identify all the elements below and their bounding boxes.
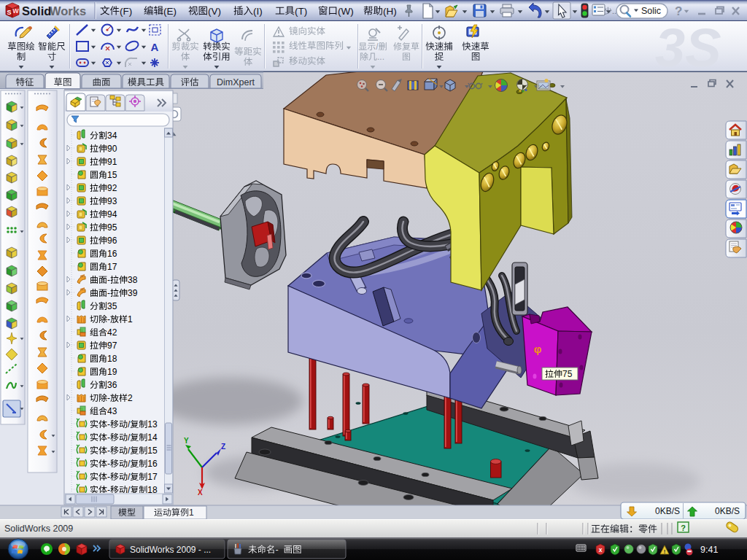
svg-text:A: A — [151, 41, 159, 53]
svg-text:φ: φ — [534, 343, 542, 355]
svg-text:-: - — [276, 545, 279, 555]
svg-text:SolidWorks 2009: SolidWorks 2009 — [4, 524, 73, 534]
svg-text:17: 17 — [147, 472, 158, 482]
svg-text:2: 2 — [128, 393, 133, 403]
svg-text:W: W — [12, 7, 19, 15]
svg-text:92: 92 — [107, 183, 117, 193]
svg-text:93: 93 — [107, 196, 117, 206]
svg-text:...: ... — [377, 52, 384, 62]
svg-text:-: - — [107, 275, 110, 285]
svg-text:90: 90 — [107, 144, 117, 154]
svg-text:DimXpert: DimXpert — [217, 77, 255, 88]
svg-text:S: S — [7, 9, 11, 16]
svg-text:Solid: Solid — [22, 4, 51, 18]
svg-text:38: 38 — [128, 275, 138, 285]
svg-text:(I): (I) — [253, 6, 263, 17]
svg-text:35: 35 — [107, 301, 117, 311]
svg-text:..: .. — [612, 7, 616, 15]
svg-text:-: - — [107, 459, 110, 469]
svg-text:-: - — [107, 419, 110, 429]
svg-text:-: - — [107, 288, 110, 298]
svg-text:18: 18 — [107, 354, 117, 364]
svg-text:94: 94 — [107, 209, 117, 219]
svg-text:?: ? — [681, 524, 686, 532]
svg-text:(F): (F) — [120, 6, 132, 17]
svg-text:15: 15 — [147, 446, 158, 456]
svg-text:(W): (W) — [338, 6, 354, 17]
svg-text:75: 75 — [562, 369, 573, 379]
svg-text:SolidWorks 2009 - ...: SolidWorks 2009 - ... — [130, 545, 211, 555]
svg-text:16: 16 — [147, 459, 158, 469]
svg-text:0KB/S: 0KB/S — [715, 506, 740, 516]
svg-text:14: 14 — [147, 432, 158, 443]
svg-text:15: 15 — [107, 170, 117, 180]
svg-text:9:41: 9:41 — [700, 545, 718, 555]
svg-text:19: 19 — [107, 367, 117, 377]
svg-text:!: ! — [664, 548, 666, 555]
svg-text:X: X — [198, 489, 203, 497]
svg-text:-: - — [107, 393, 110, 403]
svg-text:?: ? — [675, 4, 682, 18]
svg-text:91: 91 — [107, 157, 117, 167]
svg-text:(E): (E) — [163, 6, 177, 17]
svg-text:(H): (H) — [383, 6, 397, 17]
svg-text:(T): (T) — [295, 6, 307, 17]
svg-text:Works: Works — [50, 4, 86, 18]
svg-text:1: 1 — [189, 508, 194, 518]
svg-text:1: 1 — [128, 314, 133, 324]
svg-text:Y: Y — [184, 437, 189, 445]
svg-text:16: 16 — [107, 249, 117, 259]
svg-text:13: 13 — [147, 419, 158, 429]
svg-text:-: - — [107, 446, 110, 456]
svg-text:-: - — [107, 432, 110, 443]
svg-text:x: x — [599, 546, 603, 553]
svg-text:96: 96 — [107, 236, 117, 246]
svg-text:97: 97 — [107, 341, 117, 351]
svg-text:Solic: Solic — [641, 6, 661, 16]
svg-text:39: 39 — [128, 288, 138, 298]
svg-text:95: 95 — [107, 222, 117, 233]
svg-text:-: - — [107, 472, 110, 482]
svg-text:Z: Z — [221, 443, 225, 451]
svg-text:-: - — [107, 314, 110, 324]
svg-text:0KB/S: 0KB/S — [655, 506, 680, 516]
svg-text:17: 17 — [107, 262, 117, 272]
svg-text:42: 42 — [107, 327, 117, 338]
svg-text:3S: 3S — [655, 18, 721, 78]
svg-text:34: 34 — [107, 131, 117, 141]
svg-text:36: 36 — [107, 380, 117, 390]
svg-text:(V): (V) — [208, 6, 221, 17]
svg-text:43: 43 — [107, 406, 117, 416]
